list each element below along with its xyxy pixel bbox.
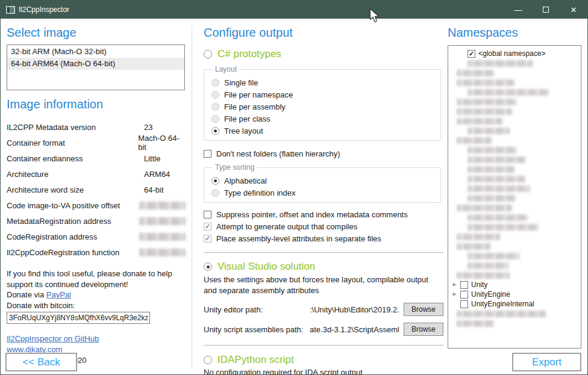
flatten-hierarchy-checkbox[interactable] — [204, 150, 211, 158]
bitcoin-address-input[interactable] — [7, 312, 150, 324]
single-file-radio[interactable] — [211, 79, 219, 87]
suppress-comments-checkbox[interactable] — [204, 211, 211, 218]
il2cppinspector-window: { "window": { "title": "Il2CppInspector"… — [0, 0, 588, 375]
expander-icon[interactable]: ▶ — [452, 292, 457, 297]
column-separator — [192, 26, 192, 369]
image-list-item-64bit[interactable]: 64-bit ARM64 (Mach-O 64-bit) — [7, 58, 184, 70]
redacted-namespace-item[interactable] — [452, 270, 578, 280]
redacted-namespace-item[interactable] — [452, 164, 578, 174]
redacted-value — [139, 249, 186, 256]
compilable-output-option[interactable]: Attempt to generate output that compiles — [204, 222, 443, 231]
unity-script-assemblies-label: Unity script assemblies path: — [204, 325, 305, 334]
option-label: Attempt to generate output that compiles — [216, 222, 357, 231]
visual-studio-option[interactable]: Visual Studio solution — [204, 261, 443, 273]
layout-option-single-file[interactable]: Single file — [211, 78, 434, 87]
namespaces-panel: Namespaces <global namespace> ▶ Unity ▶ … — [448, 19, 581, 375]
redacted-namespace-item[interactable] — [452, 212, 578, 222]
redacted-namespace-item[interactable] — [452, 193, 578, 203]
redacted-namespace-item[interactable] — [452, 318, 578, 328]
redacted-namespace-item[interactable] — [452, 232, 578, 241]
unity-editor-path-value[interactable]: :\Unity\Hub\Editor\2019.2.8f1 — [310, 305, 399, 314]
namespace-item-global[interactable]: <global namespace> — [452, 49, 578, 58]
info-value: Mach-O 64-bit — [138, 134, 186, 152]
redacted-namespace-item[interactable] — [452, 309, 578, 318]
redacted-namespace-item[interactable] — [452, 135, 578, 145]
file-per-assembly-radio[interactable] — [211, 103, 219, 111]
redacted-value — [139, 202, 186, 209]
sorting-option-type-definition-index[interactable]: Type definition index — [211, 188, 434, 197]
redacted-namespace-item[interactable] — [452, 155, 578, 164]
redacted-namespace-item[interactable] — [452, 174, 578, 184]
tree-layout-radio[interactable] — [211, 127, 219, 135]
redacted-namespace-item[interactable] — [452, 184, 578, 193]
redacted-namespace-item[interactable] — [452, 87, 578, 97]
layout-option-file-per-namespace[interactable]: File per namespace — [211, 90, 434, 99]
sorting-option-alphabetical[interactable]: Alphabetical — [211, 176, 434, 185]
idapython-option[interactable]: IDAPython script — [204, 354, 443, 366]
paypal-link[interactable]: PayPal — [46, 290, 71, 299]
donate-via-label: Donate via — [7, 290, 46, 299]
namespaces-tree[interactable]: <global namespace> ▶ Unity ▶ UnityEngine… — [448, 45, 581, 349]
redacted-namespace-item[interactable] — [452, 107, 578, 116]
redacted-text — [468, 89, 549, 96]
suppress-comments-option[interactable]: Suppress pointer, offset and index metad… — [204, 210, 443, 219]
image-listbox[interactable]: 32-bit ARM (Mach-O 32-bit) 64-bit ARM64 … — [7, 45, 185, 90]
info-label: Container endianness — [7, 154, 144, 163]
export-button[interactable]: Export — [512, 353, 581, 371]
back-button[interactable]: << Back — [5, 353, 77, 371]
image-list-item-32bit[interactable]: 32-bit ARM (Mach-O 32-bit) — [7, 46, 184, 58]
redacted-namespace-item[interactable] — [452, 261, 578, 270]
github-link[interactable]: Il2CppInspector on GitHub — [7, 334, 99, 343]
alphabetical-radio[interactable] — [211, 177, 219, 185]
unity-checkbox[interactable] — [460, 281, 468, 289]
file-per-class-radio[interactable] — [211, 115, 219, 123]
redacted-namespace-item[interactable] — [452, 126, 578, 135]
unity-script-assemblies-value[interactable]: ate.3d-3.1.2\ScriptAssemblies — [310, 325, 399, 334]
layout-option-file-per-class[interactable]: File per class — [211, 114, 434, 123]
layout-option-tree-layout[interactable]: Tree layout — [211, 126, 434, 135]
titlebar: Il2CppInspector — ✕ — [1, 1, 587, 19]
redacted-text — [457, 311, 546, 317]
redacted-namespace-item[interactable] — [452, 78, 578, 87]
configure-output-panel: Configure output C# prototypes Layout Si… — [204, 19, 443, 375]
compilable-output-checkbox[interactable] — [204, 223, 211, 231]
global-namespace-checkbox[interactable] — [468, 50, 475, 58]
type-sorting-group-label: Type sorting — [213, 163, 257, 172]
file-per-namespace-radio[interactable] — [211, 91, 219, 99]
namespace-item-unityengineinternal[interactable]: UnityEngineInternal — [452, 299, 578, 309]
minimize-button[interactable]: — — [504, 1, 532, 19]
redacted-namespace-item[interactable] — [452, 222, 578, 232]
browse-editor-button[interactable]: Browse — [404, 303, 443, 316]
separate-attributes-option[interactable]: Place assembly-level attributes in separ… — [204, 234, 443, 243]
window-title: Il2CppInspector — [19, 5, 69, 14]
visual-studio-radio[interactable] — [204, 262, 212, 271]
type-definition-index-radio[interactable] — [211, 189, 219, 197]
option-label: File per namespace — [224, 90, 293, 99]
csharp-prototypes-radio[interactable] — [204, 50, 212, 58]
redacted-namespace-item[interactable] — [452, 116, 578, 126]
redacted-namespace-item[interactable] — [452, 241, 578, 251]
layout-option-file-per-assembly[interactable]: File per assembly — [211, 102, 434, 111]
flatten-hierarchy-option[interactable]: Don't nest folders (flatten hierarchy) — [204, 149, 443, 158]
info-row: Il2CppCodeRegistration function — [7, 244, 186, 260]
redacted-namespace-item[interactable] — [452, 68, 578, 78]
expander-icon[interactable]: ▶ — [452, 282, 457, 287]
redacted-text — [457, 108, 512, 115]
idapython-radio[interactable] — [204, 356, 212, 364]
redacted-namespace-item[interactable] — [452, 145, 578, 155]
redacted-text — [468, 214, 528, 221]
namespace-item-unityengine[interactable]: ▶ UnityEngine — [452, 290, 578, 299]
namespace-item-unity[interactable]: ▶ Unity — [452, 280, 578, 290]
csharp-prototypes-option[interactable]: C# prototypes — [204, 48, 443, 60]
close-button[interactable]: ✕ — [560, 1, 587, 19]
maximize-button[interactable] — [532, 1, 560, 19]
redacted-namespace-item[interactable] — [452, 97, 578, 107]
unityengineinternal-checkbox[interactable] — [460, 300, 468, 308]
redacted-namespace-item[interactable] — [452, 251, 578, 261]
unity-editor-path-row: Unity editor path: :\Unity\Hub\Editor\20… — [204, 303, 443, 316]
redacted-namespace-item[interactable] — [452, 58, 578, 68]
browse-assemblies-button[interactable]: Browse — [404, 323, 443, 336]
separate-attributes-checkbox[interactable] — [204, 235, 211, 243]
unityengine-checkbox[interactable] — [460, 291, 468, 299]
redacted-namespace-item[interactable] — [452, 203, 578, 212]
